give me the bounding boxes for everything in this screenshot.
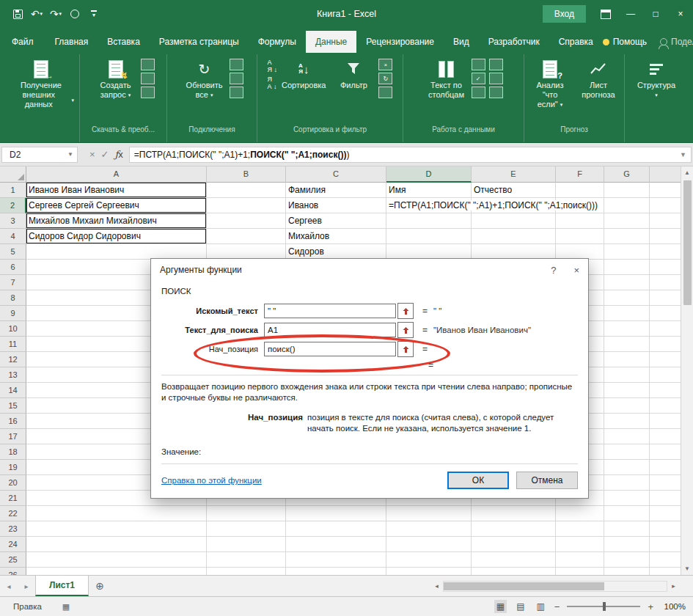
sort-button[interactable]: АЯ↓ Сортировка [279, 56, 329, 90]
cell-G15[interactable] [604, 398, 650, 414]
cell-E5[interactable] [472, 244, 556, 260]
cell-B3[interactable] [207, 213, 286, 229]
row-header-23[interactable]: 23 [0, 521, 26, 537]
cell-E26[interactable] [472, 568, 556, 575]
cell-G9[interactable] [604, 306, 650, 321]
row-header-9[interactable]: 9 [0, 306, 26, 321]
column-header-F[interactable]: F [556, 166, 604, 183]
what-if-analysis-button[interactable]: ? Анализ "что если"▾ [527, 56, 573, 109]
cell-E25[interactable] [472, 552, 556, 568]
tab-данные[interactable]: Данные [306, 31, 356, 53]
row-header-4[interactable]: 4 [0, 229, 26, 244]
page-layout-view-icon[interactable]: ▤ [514, 600, 527, 613]
cell-B23[interactable] [207, 521, 286, 537]
cell-G13[interactable] [604, 367, 650, 383]
cell-G20[interactable] [604, 475, 650, 491]
cell-D22[interactable] [386, 506, 472, 521]
collapse-dialog-icon[interactable] [397, 341, 414, 357]
row-header-3[interactable]: 3 [0, 213, 26, 229]
sort-descending-icon[interactable]: ЯА ↓ [268, 76, 278, 90]
tab-рецензирование[interactable]: Рецензирование [356, 31, 444, 53]
dialog-help-icon[interactable]: ? [551, 265, 556, 276]
minimize-button[interactable]: — [618, 0, 643, 28]
cell-A26[interactable] [26, 568, 207, 575]
add-sheet-icon[interactable]: ⊕ [89, 576, 111, 596]
hscroll-right-icon[interactable]: ▸ [667, 580, 680, 593]
cell-G2[interactable] [604, 198, 650, 213]
edit-links-icon[interactable] [230, 87, 243, 98]
scroll-down-icon[interactable]: ▼ [681, 562, 693, 575]
page-break-view-icon[interactable]: ▥ [534, 600, 546, 613]
cell-G19[interactable] [604, 460, 650, 475]
cell-C3[interactable]: Сергеев [286, 213, 386, 229]
cell-C22[interactable] [286, 506, 386, 521]
cell-A5[interactable] [26, 244, 207, 260]
dialog-close-icon[interactable]: × [573, 265, 579, 276]
undo-icon[interactable]: ↶▾ [28, 5, 45, 23]
row-header-20[interactable]: 20 [0, 475, 26, 491]
horizontal-scrollbar[interactable]: ◂ ▸ [430, 576, 693, 596]
column-header-C[interactable]: C [286, 166, 386, 183]
arg-input-nach-pozitsiya[interactable]: поиск() [264, 342, 396, 356]
cell-G14[interactable] [604, 383, 650, 398]
column-header-E[interactable]: E [472, 166, 556, 183]
cell-C4[interactable]: Михайлов [286, 229, 386, 244]
relationships-icon[interactable] [472, 87, 485, 98]
hscroll-left-icon[interactable]: ◂ [430, 580, 443, 593]
row-header-22[interactable]: 22 [0, 506, 26, 521]
cell-A23[interactable] [26, 521, 207, 537]
properties-icon[interactable] [230, 73, 243, 84]
cell-A3[interactable]: Михайлов Михаил Михайлович [26, 213, 207, 229]
cell-G16[interactable] [604, 414, 650, 429]
cell-A24[interactable] [26, 537, 207, 552]
cell-C1[interactable]: Фамилия [286, 183, 386, 198]
clear-filter-icon[interactable]: × [378, 59, 392, 70]
cell-E23[interactable] [472, 521, 556, 537]
maximize-button[interactable]: □ [643, 0, 668, 28]
cell-G18[interactable] [604, 444, 650, 460]
cell-G23[interactable] [604, 521, 650, 537]
refresh-all-button[interactable]: ↻ Обновить все▾ [181, 56, 228, 100]
arg-input-tekst-dlya-poiska[interactable]: A1 [264, 323, 396, 337]
row-header-26[interactable]: 26 [0, 568, 26, 575]
cell-B2[interactable] [207, 198, 286, 213]
outline-button[interactable]: Структура ▾ [633, 56, 680, 100]
scroll-up-icon[interactable]: ▲ [681, 166, 693, 179]
cell-A25[interactable] [26, 552, 207, 568]
confirm-entry-icon[interactable]: ✓ [101, 149, 109, 160]
cell-D23[interactable] [386, 521, 472, 537]
tab-главная[interactable]: Главная [45, 31, 98, 53]
cell-D5[interactable] [386, 244, 472, 260]
arg-input-iskomyi-tekst[interactable]: " " [264, 304, 396, 318]
cancel-button[interactable]: Отмена [516, 472, 578, 489]
column-header-G[interactable]: G [604, 166, 650, 183]
tab-справка[interactable]: Справка [549, 31, 603, 53]
cell-A1[interactable]: Иванов Иван Иванович [26, 183, 207, 198]
row-header-21[interactable]: 21 [0, 491, 26, 506]
cell-G10[interactable] [604, 321, 650, 337]
redo-icon[interactable]: ↷▾ [47, 5, 65, 23]
cell-D3[interactable] [386, 213, 472, 229]
cell-A2[interactable]: Сергеев Сергей Сергеевич [26, 198, 207, 213]
cell-D24[interactable] [386, 537, 472, 552]
row-header-15[interactable]: 15 [0, 398, 26, 414]
row-header-7[interactable]: 7 [0, 275, 26, 290]
share-button[interactable]: Поделиться [660, 37, 693, 47]
formula-bar-expand-icon[interactable]: ▼ [680, 151, 686, 158]
row-header-18[interactable]: 18 [0, 444, 26, 460]
row-header-19[interactable]: 19 [0, 460, 26, 475]
filter-button[interactable]: Фильтр [330, 56, 377, 90]
cell-C5[interactable]: Сидоров [286, 244, 386, 260]
row-header-10[interactable]: 10 [0, 321, 26, 337]
manage-data-model-icon[interactable] [489, 87, 503, 98]
customize-qat-icon[interactable]: ▾ [85, 5, 103, 23]
macro-record-icon[interactable]: ▦ [62, 602, 70, 612]
collapse-dialog-icon[interactable] [397, 322, 414, 338]
cell-F5[interactable] [556, 244, 604, 260]
row-header-17[interactable]: 17 [0, 429, 26, 444]
tell-me-button[interactable]: Помощь [603, 37, 647, 47]
tab-вид[interactable]: Вид [444, 31, 479, 53]
cell-F24[interactable] [556, 537, 604, 552]
name-box[interactable]: D2 ▼ [1, 147, 78, 163]
cancel-entry-icon[interactable]: × [89, 149, 95, 160]
